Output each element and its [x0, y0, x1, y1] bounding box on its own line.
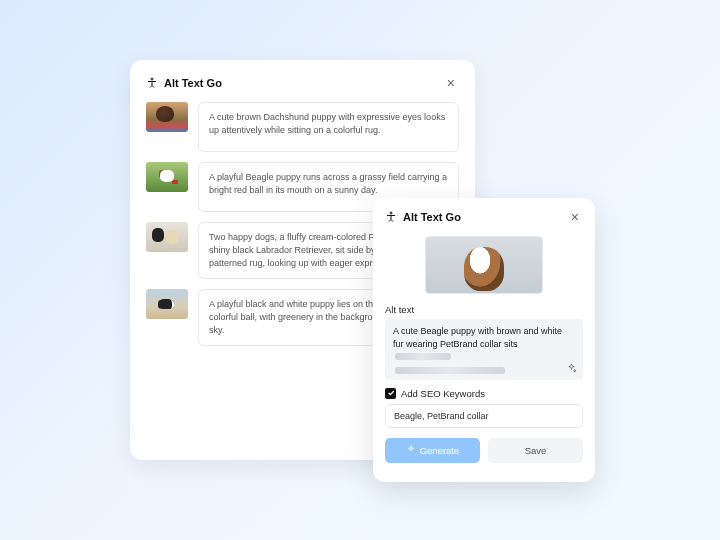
generate-label: Generate	[420, 445, 460, 456]
seo-label: Add SEO Keywords	[401, 388, 485, 399]
app-title: Alt Text Go	[403, 211, 561, 223]
seo-checkbox[interactable]	[385, 388, 396, 399]
thumbnail[interactable]	[146, 162, 188, 192]
alt-text-value: A cute Beagle puppy with brown and white…	[393, 326, 562, 349]
titlebar: Alt Text Go ×	[385, 208, 583, 226]
generate-icon	[406, 445, 416, 455]
svg-point-0	[151, 78, 153, 80]
accessibility-icon	[385, 211, 397, 223]
detail-panel: Alt Text Go × Alt text A cute Beagle pup…	[373, 198, 595, 482]
svg-point-1	[390, 212, 392, 214]
app-title: Alt Text Go	[164, 77, 437, 89]
seo-checkbox-row[interactable]: Add SEO Keywords	[385, 388, 583, 399]
loading-shimmer	[395, 367, 505, 374]
alt-text-box[interactable]: A cute brown Dachshund puppy with expres…	[198, 102, 459, 152]
seo-keywords-input[interactable]	[385, 404, 583, 428]
generate-button[interactable]: Generate	[385, 438, 480, 463]
thumbnail[interactable]	[146, 102, 188, 132]
thumbnail[interactable]	[146, 289, 188, 319]
titlebar: Alt Text Go ×	[146, 74, 459, 92]
save-label: Save	[525, 445, 547, 456]
save-button[interactable]: Save	[488, 438, 583, 463]
alt-text-input[interactable]: A cute Beagle puppy with brown and white…	[385, 319, 583, 380]
close-button[interactable]: ×	[443, 74, 459, 92]
image-preview	[425, 236, 543, 294]
accessibility-icon	[146, 77, 158, 89]
thumbnail[interactable]	[146, 222, 188, 252]
alt-text-label: Alt text	[385, 304, 583, 315]
preview-wrap	[385, 236, 583, 294]
list-item: A cute brown Dachshund puppy with expres…	[146, 102, 459, 152]
loading-shimmer	[395, 353, 451, 360]
close-button[interactable]: ×	[567, 208, 583, 226]
sparkle-icon[interactable]	[566, 363, 577, 374]
button-row: Generate Save	[385, 438, 583, 463]
